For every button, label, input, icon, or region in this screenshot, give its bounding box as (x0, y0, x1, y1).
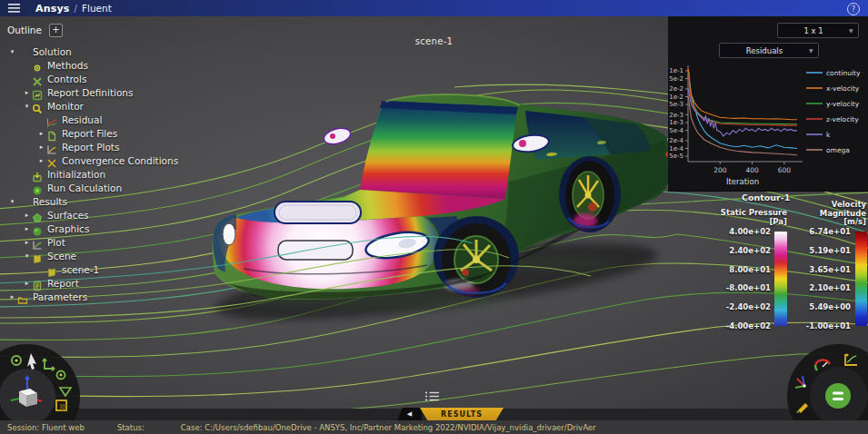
layout-grid-dropdown[interactable]: 1 x 1 ▼ (777, 23, 859, 38)
chart-xlabel: Iteration (726, 177, 759, 186)
tree-item-label: Scene (47, 251, 76, 261)
tree-surfaces-icon (32, 210, 43, 221)
tree-item-graphics[interactable]: ▸Graphics (7, 222, 178, 235)
list-view-icon[interactable] (424, 390, 441, 402)
tree-item-label: Run Calculation (47, 182, 122, 193)
tree-item-label: Parameters (33, 291, 87, 302)
svg-text:5e-5: 5e-5 (669, 153, 683, 160)
tree-item-label: Convergence Conditions (62, 155, 178, 166)
tree-plot-icon (32, 237, 43, 248)
collapse-results-button[interactable]: ◀ (397, 408, 422, 420)
case-path-label: Case: C:/Users/sdefibau/OneDrive - ANSYS… (181, 423, 596, 432)
tree-item-plot[interactable]: ▸Plot (7, 235, 178, 249)
tree-item-label: Solution (33, 46, 72, 57)
tree-item-report[interactable]: ▸Report (7, 276, 178, 290)
caret-down-icon[interactable]: ▾ (22, 103, 32, 110)
colorbar-value: 3.65e+01 (809, 265, 851, 274)
plot-type-value: Residuals (720, 46, 809, 55)
primary-action-button[interactable] (825, 383, 851, 409)
tree-report-plots-icon (46, 142, 57, 153)
outline-panel: Outline + ▾SolutionMethodsControls▸Repor… (7, 22, 178, 303)
tree-item-label: Residual (62, 114, 102, 125)
legend-k: k (826, 131, 831, 139)
outline-add-button[interactable]: + (49, 24, 63, 37)
tree-item-report-files[interactable]: ▸Report Files (7, 126, 178, 140)
series-y-velocity (688, 74, 797, 124)
caret-down-icon[interactable]: ▾ (7, 48, 17, 55)
caret-right-icon[interactable]: ▸ (36, 157, 46, 164)
tree-item-methods[interactable]: Methods (7, 58, 178, 72)
rear-wheel (559, 156, 621, 232)
velocity-colorbar (855, 232, 867, 326)
series-continuity (688, 72, 797, 148)
tree-item-solution[interactable]: ▾Solution (7, 44, 178, 58)
tree-item-label: Report Plots (62, 142, 119, 153)
tree-item-surfaces[interactable]: ▸Surfaces (7, 208, 178, 222)
app-brand: Ansys / Fluent (35, 3, 112, 15)
caret-right-icon[interactable]: ▸ (22, 225, 32, 232)
blank-icon (17, 46, 28, 57)
outline-title: Outline (7, 25, 42, 35)
windshield (360, 101, 517, 199)
tree-item-label: Report Files (62, 128, 117, 139)
tree-scene-icon (46, 264, 57, 275)
hamburger-menu-icon[interactable] (8, 4, 20, 13)
caret-down-icon[interactable]: ▾ (22, 252, 32, 260)
brand-separator: / (75, 4, 77, 14)
status-bar: Session: Fluent web Status: Case: C:/Use… (0, 420, 868, 434)
tree-item-scene[interactable]: ▾Scene (7, 249, 178, 262)
tree-item-scene-1[interactable]: scene-1 (7, 262, 178, 276)
tree-residual-icon (46, 114, 57, 125)
tree-item-residual[interactable]: Residual (7, 113, 178, 126)
tree-item-initialization[interactable]: Initialization (7, 167, 178, 181)
svg-text:200: 200 (713, 166, 727, 174)
caret-right-icon[interactable]: ▸ (22, 280, 32, 287)
residuals-panel: 1 x 1 ▼ Residuals ▼ 1e-15e-22e-21e-25e-3… (668, 16, 868, 192)
legend-omega: omega (826, 146, 850, 154)
colorbar-value: -2.40e+02 (726, 302, 771, 311)
view-navigation-ball[interactable] (0, 322, 109, 422)
tree-item-results[interactable]: ▾Results (7, 194, 178, 208)
caret-right-icon[interactable]: ▸ (22, 212, 32, 219)
tree-item-label: scene-1 (62, 264, 99, 275)
colorbar-value: 5.49e+00 (809, 302, 851, 311)
tree-item-run-calculation[interactable]: Run Calculation (7, 181, 178, 194)
tree-item-report-definitions[interactable]: ▸Report Definitions (7, 85, 178, 99)
plot-type-dropdown[interactable]: Residuals ▼ (719, 43, 819, 58)
results-tab[interactable]: RESULTS (420, 408, 504, 420)
series-x-velocity (688, 69, 797, 120)
help-icon[interactable]: ? (847, 3, 860, 15)
tree-item-controls[interactable]: Controls (7, 72, 178, 85)
tree-convergence-icon (46, 155, 57, 166)
results-tab-group: ◀ RESULTS (397, 408, 504, 420)
tree-item-convergence-conditions[interactable]: ▸Convergence Conditions (7, 153, 178, 167)
tree-item-label: Initialization (47, 169, 105, 180)
svg-text:1e-2: 1e-2 (669, 94, 683, 101)
results-tab-label: RESULTS (441, 410, 483, 419)
caret-right-icon[interactable]: ▸ (22, 89, 32, 96)
contour-legend-overlay: Pathlines-1 Contour-1 Static Pressure [P… (709, 184, 868, 339)
contour-title: Contour-1 (742, 192, 790, 202)
caret-down-icon[interactable]: ▾ (7, 198, 17, 205)
tools-navigation-ball[interactable] (763, 325, 868, 429)
chevron-down-icon: ▼ (809, 47, 818, 54)
tree-item-label: Surfaces (47, 210, 88, 221)
caret-right-icon[interactable]: ▸ (36, 130, 46, 137)
tree-run-calculation-icon (32, 182, 43, 193)
caret-right-icon[interactable]: ▸ (7, 293, 17, 301)
caret-right-icon[interactable]: ▸ (22, 239, 32, 246)
colorbar-value: -8.00e+01 (726, 283, 771, 292)
colorbar-value: 8.00e+01 (729, 265, 771, 274)
tree-initialization-icon (32, 169, 43, 180)
outline-tree: ▾SolutionMethodsControls▸Report Definiti… (7, 44, 178, 303)
tree-item-parameters[interactable]: ▸Parameters (7, 290, 178, 303)
tree-parameters-icon (17, 291, 28, 302)
caret-right-icon[interactable]: ▸ (36, 143, 46, 151)
tree-item-label: Graphics (47, 223, 89, 234)
tree-item-report-plots[interactable]: ▸Report Plots (7, 140, 178, 153)
legend-continuity: continuity (826, 69, 861, 77)
tree-item-label: Report Definitions (47, 87, 133, 98)
tree-item-monitor[interactable]: ▾Monitor (7, 99, 178, 113)
colorbar-value: 2.40e+02 (729, 246, 771, 255)
residuals-chart: 1e-15e-22e-21e-25e-32e-31e-35e-42e-41e-4… (668, 60, 868, 191)
